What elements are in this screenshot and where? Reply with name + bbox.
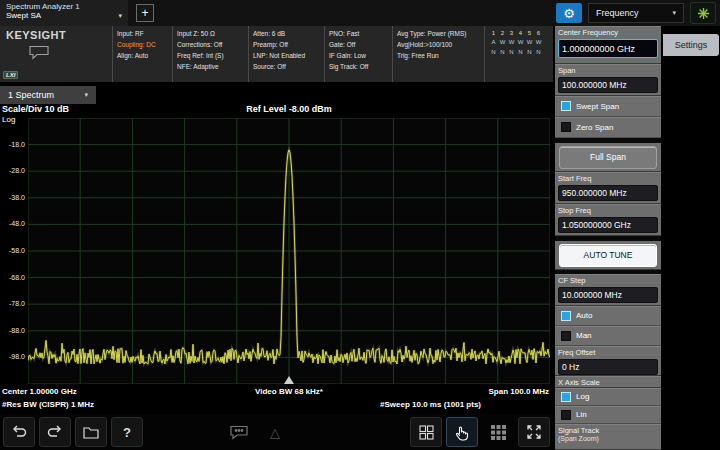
span-readout: Span 100.0 MHz xyxy=(489,387,549,396)
status-line: Source: Off xyxy=(253,61,320,72)
cf-step-auto-label: Auto xyxy=(576,311,592,320)
add-window-button[interactable]: + xyxy=(136,4,154,22)
cf-step-auto-toggle[interactable]: Auto xyxy=(555,306,661,326)
y-axis-tick-label: -18.0 xyxy=(0,141,25,148)
menu-select-label: Frequency xyxy=(596,8,639,18)
file-button[interactable] xyxy=(75,417,107,447)
status-line-coupling: Coupling: DC xyxy=(117,39,168,50)
undo-button[interactable] xyxy=(3,417,35,447)
center-freq-marker xyxy=(284,376,294,384)
annotation-chat-button[interactable] xyxy=(223,417,255,447)
cf-step-control[interactable]: CF Step 10.000000 MHz xyxy=(555,274,661,306)
y-axis-tick-label: -38.0 xyxy=(0,194,25,201)
full-span-row: Full Span xyxy=(555,143,661,172)
center-frequency-label: Center Frequency xyxy=(558,28,658,37)
signal-track-control[interactable]: Signal Track (Span Zoom) xyxy=(555,424,661,450)
stop-freq-field[interactable]: 1.050000000 GHz xyxy=(558,217,658,233)
trace-cell: W xyxy=(534,38,543,47)
help-button[interactable]: ? xyxy=(111,417,143,447)
redo-icon xyxy=(47,425,63,439)
trace-cell: 6 xyxy=(534,29,543,38)
cf-step-label: CF Step xyxy=(558,276,658,285)
status-line: Atten: 6 dB xyxy=(253,28,320,39)
trace-cell: 5 xyxy=(525,29,534,38)
auto-tune-button[interactable]: AUTO TUNE xyxy=(559,244,657,267)
freq-offset-control[interactable]: Freq Offset 0 Hz xyxy=(555,346,661,376)
folder-icon xyxy=(83,426,99,439)
toggle-indicator-off xyxy=(561,331,571,341)
swept-span-label: Swept Span xyxy=(576,102,619,111)
cf-step-field[interactable]: 10.000000 MHz xyxy=(558,287,658,303)
status-column-input: Input: RF Coupling: DC Align: Auto xyxy=(112,26,172,82)
status-column-impedance: Input Z: 50 Ω Corrections: Off Freq Ref:… xyxy=(172,26,248,82)
start-freq-label: Start Freq xyxy=(558,174,658,183)
status-column-atten: Atten: 6 dB Preamp: Off LNP: Not Enabled… xyxy=(248,26,324,82)
shape-tool-button[interactable]: △ xyxy=(259,417,291,447)
status-column-avg: Avg Type: Power (RMS) Avg|Hold:>100/100 … xyxy=(392,26,484,82)
zero-span-toggle[interactable]: Zero Span xyxy=(555,117,661,138)
window-layout-icon xyxy=(419,425,434,440)
spectrum-plot[interactable] xyxy=(28,118,550,384)
span-field[interactable]: 100.000000 MHz xyxy=(558,77,658,93)
x-axis-lin-toggle[interactable]: Lin xyxy=(555,406,661,424)
x-axis-log-label: Log xyxy=(576,392,589,401)
chevron-down-icon: ▾ xyxy=(84,91,88,99)
toggle-indicator-on xyxy=(561,311,571,321)
trace-detectors-row: N N N N N N xyxy=(489,48,551,57)
toggle-indicator-on xyxy=(561,392,571,402)
app-mode-label: Swept SA xyxy=(6,11,41,20)
fullscreen-icon xyxy=(526,424,542,440)
window-layout-button[interactable] xyxy=(410,417,442,447)
start-freq-control[interactable]: Start Freq 950.000000 MHz xyxy=(555,172,661,204)
trace-cell: W xyxy=(498,38,507,47)
center-frequency-control[interactable]: Center Frequency 1.000000000 GHz xyxy=(555,26,661,64)
cf-step-man-toggle[interactable]: Man xyxy=(555,326,661,346)
trace-cell: W xyxy=(516,38,525,47)
y-axis-tick-label: -78.0 xyxy=(0,300,25,307)
touch-mode-button[interactable] xyxy=(446,417,478,447)
trace-cell: N xyxy=(498,48,507,57)
redo-button[interactable] xyxy=(39,417,71,447)
trace-cell: N xyxy=(489,48,498,57)
y-axis-tick-label: -98.0 xyxy=(0,353,25,360)
toggle-indicator-off xyxy=(561,122,571,132)
app-mode-tab[interactable]: Spectrum Analyzer 1 Swept SA ▾ xyxy=(0,0,128,26)
y-axis-tick-label: -88.0 xyxy=(0,327,25,334)
freq-offset-field[interactable]: 0 Hz xyxy=(558,359,658,375)
menu-select-dropdown[interactable]: Frequency ▾ xyxy=(588,3,684,23)
status-line: Sig Track: Off xyxy=(329,61,388,72)
system-settings-button[interactable]: ⚙ xyxy=(556,3,582,23)
window-tab-spectrum[interactable]: 1 Spectrum ▾ xyxy=(0,86,96,104)
x-axis-scale-label: X Axis Scale xyxy=(558,378,658,387)
fullscreen-button[interactable] xyxy=(518,417,550,447)
tab-settings[interactable]: Settings xyxy=(663,34,719,56)
status-line: Avg Type: Power (RMS) xyxy=(397,28,480,39)
y-axis-tick-label: -58.0 xyxy=(0,247,25,254)
status-line: Input: RF xyxy=(117,28,168,39)
stop-freq-control[interactable]: Stop Freq 1.050000000 GHz xyxy=(555,204,661,236)
status-line: Input Z: 50 Ω xyxy=(177,28,244,39)
amplitude-scale-label: Log xyxy=(2,115,15,124)
keysight-tools-button[interactable] xyxy=(690,2,716,24)
chat-icon xyxy=(229,425,249,440)
status-line: Preamp: Off xyxy=(253,39,320,50)
center-frequency-field[interactable]: 1.000000000 GHz xyxy=(558,39,658,58)
starburst-icon xyxy=(697,7,710,20)
gear-icon: ⚙ xyxy=(563,6,575,21)
triangle-icon: △ xyxy=(270,425,280,440)
span-control[interactable]: Span 100.000000 MHz xyxy=(555,64,661,96)
x-axis-log-toggle[interactable]: Log xyxy=(555,388,661,406)
start-freq-field[interactable]: 950.000000 MHz xyxy=(558,185,658,201)
trace-cell: N xyxy=(507,48,516,57)
status-line: Corrections: Off xyxy=(177,39,244,50)
grid-view-button[interactable] xyxy=(482,417,514,447)
speech-bubble-icon xyxy=(28,45,112,60)
trace-cell: 1 xyxy=(489,29,498,38)
zero-span-label: Zero Span xyxy=(576,123,613,132)
status-bar: KEYSIGHT LXI Input: RF Coupling: DC Alig… xyxy=(0,26,553,82)
status-line: NFE: Adaptive xyxy=(177,61,244,72)
full-span-button[interactable]: Full Span xyxy=(559,146,657,169)
swept-span-toggle[interactable]: Swept Span xyxy=(555,96,661,117)
status-line: Freq Ref: Int (S) xyxy=(177,50,244,61)
undo-icon xyxy=(11,425,27,439)
